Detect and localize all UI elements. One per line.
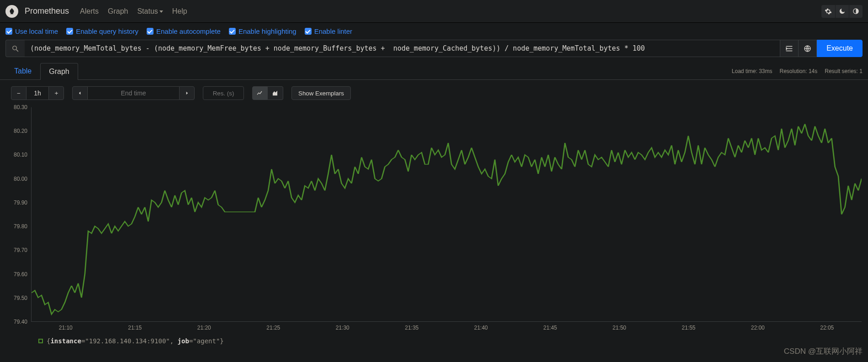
result-series-status: Result series: 1: [825, 68, 863, 74]
settings-button[interactable]: [821, 5, 835, 18]
option-enable-highlighting[interactable]: Enable highlighting: [229, 27, 296, 35]
increase-range-button[interactable]: ＋: [48, 86, 64, 100]
end-time-group: [72, 86, 195, 100]
stacked-chart-button[interactable]: [268, 86, 283, 100]
chart-type-group: [252, 86, 283, 100]
tab-table[interactable]: Table: [5, 63, 40, 79]
option-enable-linter[interactable]: Enable linter: [305, 27, 352, 35]
nav-help[interactable]: Help: [172, 7, 187, 16]
end-time-back-button[interactable]: [72, 86, 88, 100]
format-expression-button[interactable]: [780, 40, 799, 57]
line-chart-icon: [256, 89, 264, 97]
time-range-group: − ＋: [11, 86, 64, 100]
watermark-text: CSDN @互联网小阿祥: [784, 346, 863, 357]
prometheus-logo: [5, 5, 18, 18]
query-options-bar: Use local time Enable query history Enab…: [0, 23, 868, 40]
checkbox-icon: [147, 28, 153, 35]
load-time-status: Load time: 33ms: [732, 68, 773, 74]
end-time-forward-button[interactable]: [179, 86, 195, 100]
time-range-input[interactable]: [26, 86, 48, 100]
legend-entry[interactable]: {instance="192.168.140.134:9100", job="a…: [47, 337, 224, 345]
nav-status[interactable]: Status: [137, 7, 163, 16]
indent-icon: [785, 45, 793, 52]
auto-theme-button[interactable]: [849, 5, 863, 18]
globe-icon: [804, 45, 811, 52]
svg-line-2: [16, 49, 18, 51]
tab-graph[interactable]: Graph: [40, 63, 78, 80]
contrast-icon: [852, 8, 859, 15]
option-enable-history[interactable]: Enable query history: [66, 27, 138, 35]
svg-point-1: [13, 46, 16, 50]
brand-name: Prometheus: [25, 6, 69, 16]
chevron-left-icon: [78, 90, 82, 96]
end-time-input[interactable]: [88, 86, 179, 100]
search-icon: [11, 45, 19, 52]
metrics-explorer-button[interactable]: [5, 40, 25, 57]
resolution-input[interactable]: [203, 86, 244, 100]
gear-icon: [825, 8, 832, 15]
moon-icon: [839, 8, 846, 15]
plot-area[interactable]: [31, 107, 862, 322]
checkbox-icon: [305, 28, 312, 35]
expression-input[interactable]: [25, 40, 780, 57]
chevron-right-icon: [185, 90, 189, 96]
decrease-range-button[interactable]: −: [11, 86, 26, 100]
line-chart-button[interactable]: [252, 86, 268, 100]
explain-button[interactable]: [799, 40, 817, 57]
checkbox-icon: [5, 28, 12, 35]
query-bar: Execute: [0, 40, 868, 61]
chart-legend: {instance="192.168.140.134:9100", job="a…: [0, 333, 868, 345]
legend-color-swatch: [38, 339, 43, 343]
graph-controls: − ＋ Show Exemplars: [0, 80, 868, 105]
show-exemplars-button[interactable]: Show Exemplars: [291, 86, 351, 100]
area-chart-icon: [272, 89, 279, 97]
option-use-local-time[interactable]: Use local time: [5, 27, 58, 35]
chart-panel: 79.4079.5079.6079.7079.8079.9080.0080.10…: [5, 105, 863, 333]
resolution-status: Resolution: 14s: [780, 68, 818, 74]
dark-theme-button[interactable]: [835, 5, 849, 18]
result-tabs: Table Graph Load time: 33ms Resolution: …: [0, 61, 868, 80]
flame-icon: [8, 7, 16, 16]
top-navbar: Prometheus Alerts Graph Status Help: [0, 0, 868, 23]
theme-controls: [821, 5, 863, 18]
execute-button[interactable]: Execute: [817, 40, 863, 57]
chevron-down-icon: [159, 10, 163, 13]
checkbox-icon: [229, 28, 236, 35]
option-enable-autocomplete[interactable]: Enable autocomplete: [147, 27, 221, 35]
nav-alerts[interactable]: Alerts: [80, 7, 99, 16]
chart-line-svg: [32, 107, 862, 321]
checkbox-icon: [66, 28, 73, 35]
nav-graph[interactable]: Graph: [108, 7, 128, 16]
